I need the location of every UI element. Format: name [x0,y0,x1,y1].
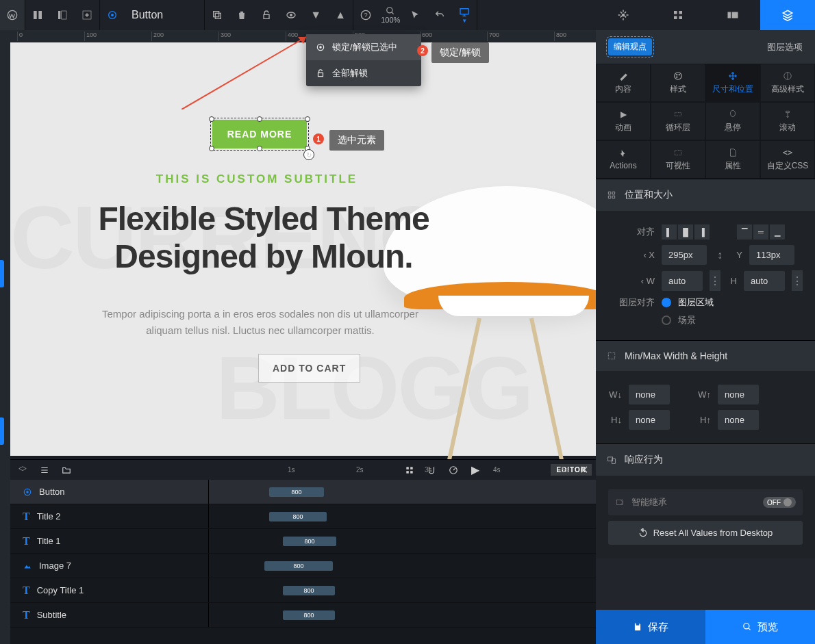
svg-rect-1 [34,11,37,19]
visibility-icon[interactable] [279,0,303,30]
edit-viewpoint-chip[interactable]: 编辑观点 [608,38,652,55]
section-minmax[interactable]: Min/Max Width & Height [596,341,815,371]
tab-scroll[interactable]: 滚动 [760,102,815,140]
svg-rect-9 [214,12,219,17]
timeline-bar[interactable]: 800 [283,586,335,595]
folder-icon[interactable] [58,462,75,478]
y-input[interactable] [749,245,794,265]
tab-visibility[interactable]: 可视性 [651,140,705,179]
inherit-toggle[interactable]: OFF [763,497,796,508]
svg-rect-23 [732,12,738,18]
section-responsive[interactable]: 响应行为 [596,444,815,476]
cursor-icon[interactable] [403,0,427,30]
navigation-tab[interactable] [651,0,705,30]
move-up-icon[interactable]: ▲ [328,0,353,30]
tab-size-position[interactable]: 尺寸和位置 [705,64,760,102]
max-h-input[interactable] [718,410,759,430]
tab-loop[interactable]: 循环层 [651,102,705,140]
timeline-row[interactable]: Image 7800 [10,554,596,578]
title-text[interactable]: Flexible Styled ThemeDesigned by Mloun. [38,200,490,275]
svg-rect-28 [318,73,323,76]
tab-style[interactable]: 样式 [651,64,705,102]
timeline-header: ▶ EDITOR 1s 2s 3s 4s 5s ✕ [10,459,596,480]
help-icon[interactable]: ? [353,0,378,30]
max-w-input[interactable] [718,385,759,404]
layers-icon[interactable] [14,462,31,478]
h-options[interactable]: ⋮ [792,270,803,291]
layers-tab[interactable] [760,0,815,30]
rotate-handle[interactable]: ↻ [303,149,314,160]
zoom-icon[interactable]: 100% [378,0,403,30]
section-position-size[interactable]: 位置和大小 [596,179,815,211]
grid-snap-icon[interactable] [401,462,418,478]
layer-name: Title 2 [37,511,61,521]
slides-tab[interactable] [705,0,760,30]
lock-selected-item[interactable]: 锁定/解锁已选中 [306,34,421,60]
align-left-icon[interactable]: ▌ [662,224,677,240]
play-icon[interactable]: ▶ [467,462,484,478]
x-input[interactable] [662,245,707,265]
save-button[interactable]: 保存 [596,610,705,644]
layer-target-icon[interactable] [100,0,125,30]
close-timeline-icon[interactable]: ✕ [575,462,592,478]
reset-values-button[interactable]: Reset All Values from Desktop [608,521,803,545]
tab-animation[interactable]: ▶动画 [596,102,651,140]
tab-attributes[interactable]: 属性 [705,140,760,179]
tab-custom-css[interactable]: <>自定义CSS [760,140,815,179]
add-to-cart-button[interactable]: ADD TO CART [258,354,360,383]
tab-content[interactable]: 内容 [596,64,651,102]
timeline-row[interactable]: TTitle 1800 [10,529,596,554]
ruler-horizontal: 0 100 200 300 400 500 600 700 800 [10,30,596,42]
timeline-row[interactable]: TTitle 2800 [10,504,596,529]
speed-icon[interactable] [445,462,462,478]
svg-point-35 [26,491,29,493]
delete-icon[interactable] [229,0,254,30]
column-icon[interactable] [25,0,50,30]
add-slide-icon[interactable] [75,0,99,30]
preview-button[interactable]: 预览 [705,610,815,644]
sidebar-left-icon[interactable] [50,0,75,30]
timeline-row[interactable]: TCopy Title 1800 [10,578,596,603]
wordpress-icon[interactable] [0,0,25,30]
layer-options-link[interactable]: 图层选项 [767,41,803,53]
timeline-bar[interactable]: 800 [283,610,335,620]
v-align-icons: ▔ ═ ▁ [737,224,785,240]
h-input[interactable] [744,271,785,291]
timeline-bar[interactable]: 800 [269,487,324,497]
timeline-row[interactable]: Button800 [10,480,596,504]
align-middle-icon[interactable]: ═ [753,224,768,240]
radio-scene[interactable] [662,315,671,325]
svg-rect-29 [407,467,410,469]
w-options[interactable]: ⋮ [710,270,720,291]
body-text[interactable]: Tempor adipiscing porta a in eros eros s… [86,306,435,339]
copy-icon[interactable] [205,0,229,30]
svg-point-27 [319,46,322,49]
timeline-bar[interactable]: 800 [269,512,327,521]
settings-tab[interactable] [596,0,651,30]
subtitle-text[interactable]: THIS IS CUSTOM SUBTITLE [10,172,503,186]
desktop-icon[interactable]: ▼ [452,0,477,30]
align-bottom-icon[interactable]: ▁ [770,224,785,240]
undo-icon[interactable] [427,0,452,30]
align-right-icon[interactable]: ▐ [694,224,710,240]
tab-adv-style[interactable]: 高级样式 [760,64,815,102]
timeline-row[interactable]: TSubtitle800 [10,603,596,628]
min-w-input[interactable] [629,385,670,404]
unlock-all-item[interactable]: 全部解锁 [306,60,421,86]
tab-hover[interactable]: 悬停 [705,102,760,140]
canvas-area[interactable]: CURRENC BLOGG READ MORE ↻ 1 选中元素 THIS IS… [10,42,596,459]
timeline-bar[interactable]: 800 [264,561,333,571]
read-more-button[interactable]: READ MORE [212,120,307,149]
align-center-icon[interactable]: ▐▌ [678,224,693,240]
radio-layer-area[interactable] [662,298,671,307]
lock-icon[interactable] [254,0,279,30]
min-h-input[interactable] [629,410,670,430]
move-down-icon[interactable]: ▼ [303,0,328,30]
svg-rect-10 [264,14,269,18]
tab-actions[interactable]: Actions [596,140,651,179]
list-icon[interactable] [36,462,53,478]
align-top-icon[interactable]: ▔ [737,224,752,240]
timeline-bar[interactable]: 800 [283,537,336,546]
w-input[interactable] [662,271,703,291]
annotation-tooltip: 选中元素 [329,130,384,151]
